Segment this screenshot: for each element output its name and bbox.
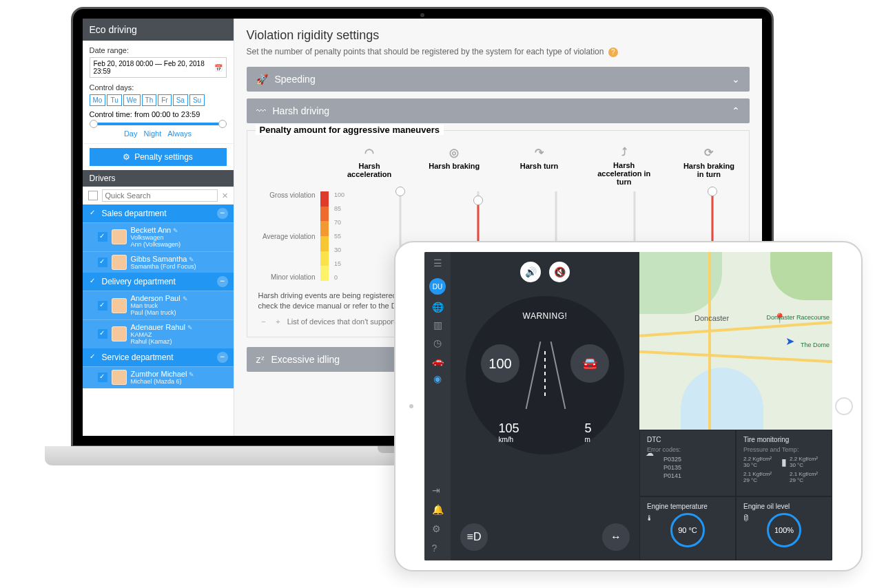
dept-service[interactable]: Service department −: [83, 348, 234, 366]
menu-icon[interactable]: ☰: [433, 258, 442, 269]
scale-gross: Gross violation: [258, 191, 316, 199]
collision-icon: 🚘: [570, 344, 609, 383]
dashboard-icon[interactable]: ◉: [433, 373, 442, 384]
penalty-settings-button[interactable]: ⚙ Penalty settings: [90, 148, 227, 166]
map-poi2: The Dome: [801, 342, 830, 348]
headlight-button[interactable]: ≡D: [460, 523, 488, 551]
engine-oil-panel: Engine oil level 🛢 100%: [736, 496, 832, 560]
day-fr[interactable]: Fr: [158, 94, 171, 106]
driver-row[interactable]: Beckett Ann✎ Volkswagen Ann (Volkswagen): [83, 222, 234, 251]
collapse-icon[interactable]: −: [217, 208, 228, 219]
page-title: Violation rigidity settings: [247, 28, 750, 43]
sound-off-button[interactable]: 🔇: [549, 262, 570, 282]
bell-icon[interactable]: 🔔: [432, 504, 444, 515]
brake-turn-icon: ⟳: [680, 146, 737, 159]
driver-checkbox[interactable]: [98, 329, 107, 339]
accordion-harsh[interactable]: 〰 Harsh driving ⌃: [247, 98, 750, 123]
map-panel[interactable]: Doncaster 📍 Doncaster Racecourse ➤ The D…: [639, 252, 832, 430]
oil-icon: 🛢: [742, 514, 750, 522]
sliders-icon: ⚙: [123, 152, 130, 162]
rocket-icon: 🚀: [256, 74, 268, 85]
mode-night[interactable]: Night: [144, 129, 162, 138]
penalty-legend: Penalty amount for aggressive maneuvers: [256, 125, 444, 135]
driver-row[interactable]: Adenauer Rahul✎ KAMAZ Rahul (Kamaz): [83, 319, 234, 348]
mode-always[interactable]: Always: [167, 129, 192, 138]
home-button[interactable]: [835, 397, 853, 415]
edit-icon[interactable]: ✎: [187, 324, 193, 331]
speed-value: 105: [498, 421, 519, 436]
scale-ticks: 100 85 70 55 30 15 0: [334, 191, 348, 281]
distance-value: 5: [585, 421, 592, 436]
chart-icon[interactable]: ▥: [433, 319, 442, 330]
edit-icon[interactable]: ✎: [189, 256, 194, 263]
cloud-icon: ☁: [646, 448, 654, 458]
clock-icon[interactable]: ◷: [433, 337, 442, 348]
driver-checkbox[interactable]: [98, 232, 107, 242]
sound-on-button[interactable]: 🔊: [520, 262, 541, 282]
avatar: [112, 298, 127, 313]
edit-icon[interactable]: ✎: [173, 227, 178, 234]
map-poi: Doncaster Racecourse: [766, 314, 830, 321]
help-icon[interactable]: ?: [432, 543, 444, 554]
driver-checkbox[interactable]: [98, 372, 107, 382]
clear-icon[interactable]: ✕: [222, 191, 228, 200]
profile-du[interactable]: DU: [429, 278, 446, 295]
edit-icon[interactable]: ✎: [189, 371, 194, 378]
resize-button[interactable]: ↔: [602, 523, 630, 551]
driver-row[interactable]: Gibbs Samantha✎ Samantha (Ford Focus): [83, 251, 234, 273]
dept-delivery[interactable]: Delivery department −: [83, 273, 234, 291]
dept-sales[interactable]: Sales department −: [83, 204, 234, 222]
collapse-icon[interactable]: −: [217, 352, 228, 363]
control-time-slider[interactable]: [91, 123, 225, 125]
tablet-nav: ☰ DU 🌐 ▥ ◷ 🚗 ◉ ⇥ 🔔 ⚙ ?: [424, 252, 451, 560]
speed-unit: km/h: [498, 436, 513, 443]
engine-oil-value: 100%: [767, 513, 801, 547]
sidebar: Eco driving Date range: Feb 20, 2018 00:…: [83, 19, 234, 436]
car-icon[interactable]: 🚗: [432, 355, 444, 366]
day-sa[interactable]: Sa: [173, 94, 188, 106]
dept-checkbox[interactable]: [88, 277, 98, 286]
maneuver-col: ⤴Harsh acceleration in turn: [595, 146, 652, 186]
tablet-device: ☰ DU 🌐 ▥ ◷ 🚗 ◉ ⇥ 🔔 ⚙ ? 🔊 🔇 WARNI: [394, 241, 863, 571]
dept-checkbox[interactable]: [88, 209, 98, 218]
help-icon[interactable]: ?: [608, 48, 618, 57]
globe-icon[interactable]: 🌐: [432, 302, 444, 313]
logout-icon[interactable]: ⇥: [432, 485, 444, 496]
gear-icon[interactable]: ⚙: [432, 523, 444, 534]
edit-icon[interactable]: ✎: [183, 295, 188, 302]
accordion-speeding[interactable]: 🚀 Speeding ⌄: [247, 67, 750, 92]
drivers-heading: Drivers: [83, 170, 234, 187]
driver-checkbox[interactable]: [98, 258, 107, 267]
driver-row[interactable]: Zumthor Michael✎ Michael (Mazda 6): [83, 366, 234, 388]
maneuver-col: ◠Harsh acceleration: [341, 146, 398, 186]
dtc-panel: DTC Error codes: ☁ P0325 P0135 P0141: [639, 430, 736, 496]
accel-turn-icon: ⤴: [595, 146, 652, 158]
driver-row[interactable]: Anderson Paul✎ Man truck Paul (Man truck…: [83, 291, 234, 319]
scale-minor: Minor violation: [258, 273, 316, 281]
calendar-icon: 📅: [214, 64, 223, 72]
zzz-icon: zᶻ: [256, 354, 265, 365]
collapse-icon[interactable]: −: [217, 276, 228, 287]
day-tu[interactable]: Tu: [107, 94, 121, 106]
control-time-label: Control time: from 00:00 to 23:59: [90, 110, 227, 118]
avatar: [112, 255, 127, 270]
day-th[interactable]: Th: [142, 94, 157, 106]
speed-limit-badge: 100: [481, 344, 519, 383]
map-city-label: Doncaster: [694, 314, 729, 322]
chevron-down-icon: ⌄: [732, 74, 740, 85]
mode-day[interactable]: Day: [124, 129, 138, 138]
day-we[interactable]: We: [123, 94, 141, 106]
day-mo[interactable]: Mo: [90, 94, 106, 106]
thermometer-icon: 🌡: [646, 514, 653, 522]
page-subtitle: Set the number of penalty points that sh…: [247, 47, 750, 57]
turn-icon: ↷: [511, 146, 568, 159]
search-input[interactable]: [102, 189, 218, 202]
chevron-up-icon: ⌃: [732, 105, 740, 116]
driver-checkbox[interactable]: [98, 301, 107, 311]
select-all-checkbox[interactable]: [88, 191, 98, 200]
dept-checkbox[interactable]: [88, 353, 98, 362]
date-range-input[interactable]: Feb 20, 2018 00:00 — Feb 20, 2018 23:59 …: [90, 57, 227, 78]
stats-grid: DTC Error codes: ☁ P0325 P0135 P0141 Tir…: [639, 430, 832, 560]
distance-unit: m: [585, 436, 590, 443]
day-su[interactable]: Su: [189, 94, 205, 106]
